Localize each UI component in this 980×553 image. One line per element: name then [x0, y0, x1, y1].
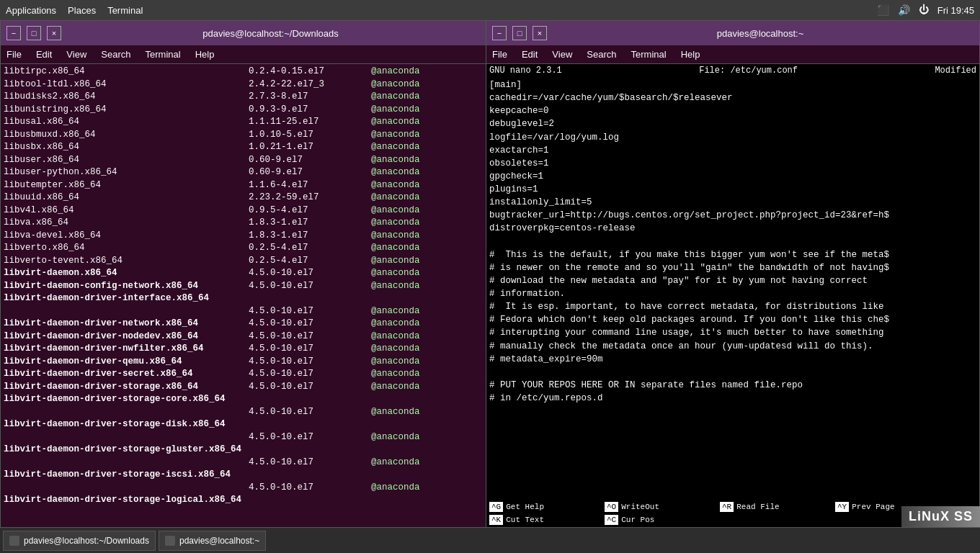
system-bar: Applications Places Terminal ⬛ 🔊 ⏻ Fri 1… [0, 0, 980, 20]
list-item: libtool-ltdl.x86_642.4.2-22.el7_3@anacon… [4, 78, 483, 91]
taskbar-item-downloads[interactable]: pdavies@localhost:~/Downloads [3, 531, 156, 551]
package-repo: @anaconda [371, 267, 420, 280]
package-name: libuser.x86_64 [4, 154, 249, 167]
package-version: 4.5.0-10.el7 [249, 305, 371, 318]
nano-cmd-desc: Cur Pos [621, 516, 654, 524]
list-item: libverto.x86_640.2.5-4.el7@anaconda [4, 242, 483, 255]
right-close-button[interactable]: × [533, 26, 547, 40]
package-name: libverto-tevent.x86_64 [4, 255, 249, 268]
package-name: libvirt-daemon-driver-nwfilter.x86_64 [4, 343, 249, 356]
package-name: libv4l.x86_64 [4, 204, 249, 217]
system-bar-left: Applications Places Terminal [6, 5, 143, 16]
package-name: libva-devel.x86_64 [4, 230, 249, 243]
package-version: 1.1.6-4.el7 [249, 179, 371, 192]
package-repo: @anaconda [371, 381, 420, 394]
right-window-controls: − □ × [492, 26, 547, 40]
package-repo: @anaconda [371, 66, 420, 78]
terminal-menu[interactable]: Terminal [107, 5, 143, 16]
package-name: libusal.x86_64 [4, 116, 249, 129]
left-terminal: − □ × pdavies@localhost:~/Downloads File… [0, 20, 486, 553]
package-version: 2.7.3-8.el7 [249, 91, 371, 104]
package-repo: @anaconda [371, 192, 420, 204]
taskbar-item-home[interactable]: pdavies@localhost:~ [159, 531, 266, 551]
package-name [4, 431, 249, 444]
list-item: libva.x86_641.8.3-1.el7@anaconda [4, 217, 483, 230]
list-item: libvirt-daemon-config-network.x86_644.5.… [4, 280, 483, 293]
package-version: 4.5.0-10.el7 [249, 431, 371, 444]
package-version [249, 292, 371, 305]
package-repo: @anaconda [371, 305, 420, 318]
left-menu-help[interactable]: Help [192, 49, 218, 60]
left-menu-terminal[interactable]: Terminal [143, 49, 184, 60]
right-terminal: − □ × pdavies@localhost:~ File Edit View… [486, 20, 980, 553]
package-version: 1.8.3-1.el7 [249, 230, 371, 243]
nano-header: GNU nano 2.3.1 File: /etc/yum.conf Modif… [486, 64, 979, 77]
right-maximize-button[interactable]: □ [512, 26, 527, 40]
package-name: libuuid.x86_64 [4, 192, 249, 204]
list-item: libudisks2.x86_642.7.3-8.el7@anaconda [4, 91, 483, 104]
list-item: 4.5.0-10.el7@anaconda [4, 431, 483, 444]
right-menu-edit[interactable]: Edit [519, 49, 540, 60]
left-close-button[interactable]: × [47, 26, 61, 40]
list-item: libvirt-daemon-driver-nwfilter.x86_644.5… [4, 343, 483, 356]
package-name: libvirt-daemon-driver-interface.x86_64 [4, 292, 249, 305]
list-item: libvirt-daemon-driver-storage-disk.x86_6… [4, 418, 483, 431]
package-name: libvirt-daemon-driver-storage-disk.x86_6… [4, 418, 249, 431]
package-version: 4.5.0-10.el7 [249, 381, 371, 394]
package-repo: @anaconda [371, 141, 420, 154]
nano-cmd[interactable]: ^OWriteOut [602, 500, 717, 513]
right-menu-search[interactable]: Search [584, 49, 619, 60]
taskbar-label-downloads: pdavies@localhost:~/Downloads [24, 536, 149, 546]
nano-cmd-key: ^C [605, 515, 618, 525]
package-version: 1.0.21-1.el7 [249, 141, 371, 154]
left-maximize-button[interactable]: □ [27, 26, 41, 40]
nano-cmd[interactable]: ^GGet Help [486, 500, 602, 513]
package-version: 4.5.0-10.el7 [249, 331, 371, 343]
system-bar-right: ⬛ 🔊 ⏻ Fri 19:45 [877, 4, 974, 17]
right-menu-file[interactable]: File [489, 49, 510, 60]
package-name: libtool-ltdl.x86_64 [4, 78, 249, 91]
left-menu-file[interactable]: File [4, 49, 24, 60]
nano-cmd-desc: Read File [736, 503, 779, 511]
left-terminal-menubar: File Edit View Search Terminal Help [1, 45, 486, 64]
nano-cmd[interactable]: ^RRead File [717, 500, 832, 513]
package-repo: @anaconda [371, 91, 420, 104]
package-version: 4.5.0-10.el7 [249, 280, 371, 293]
terminal-icon [9, 536, 19, 546]
list-item: 4.5.0-10.el7@anaconda [4, 305, 483, 318]
applications-menu[interactable]: Applications [6, 5, 56, 16]
right-minimize-button[interactable]: − [492, 26, 507, 40]
nano-cmd-key: ^R [720, 502, 734, 512]
nano-cmd-key: ^G [489, 502, 503, 512]
watermark: LiNuX SS [901, 506, 980, 527]
package-repo: @anaconda [371, 343, 420, 356]
places-menu[interactable]: Places [68, 5, 96, 16]
right-menu-help[interactable]: Help [678, 49, 703, 60]
package-repo: @anaconda [371, 356, 420, 369]
package-name: libusbx.x86_64 [4, 141, 249, 154]
list-item: libv4l.x86_640.9.5-4.el7@anaconda [4, 204, 483, 217]
nano-cmd[interactable]: ^KCut Text [486, 513, 602, 526]
package-version: 0.2.5-4.el7 [249, 255, 371, 268]
nano-editor-content[interactable]: [main] cachedir=/var/cache/yum/$basearch… [486, 77, 979, 500]
nano-cmd[interactable]: ^CCur Pos [602, 513, 717, 526]
right-terminal-menubar: File Edit View Search Terminal Help [486, 45, 979, 64]
package-name: libverto.x86_64 [4, 242, 249, 255]
right-menu-terminal[interactable]: Terminal [628, 49, 669, 60]
package-version: 4.5.0-10.el7 [249, 318, 371, 331]
right-menu-view[interactable]: View [549, 49, 575, 60]
main-content: − □ × pdavies@localhost:~/Downloads File… [0, 20, 980, 553]
system-clock: Fri 19:45 [937, 5, 974, 16]
left-menu-view[interactable]: View [63, 49, 89, 60]
left-window-controls: − □ × [6, 26, 61, 40]
network-icon: ⬛ [877, 4, 889, 17]
left-minimize-button[interactable]: − [6, 26, 21, 40]
left-menu-edit[interactable]: Edit [33, 49, 55, 60]
list-item: libusbx.x86_641.0.21-1.el7@anaconda [4, 141, 483, 154]
left-menu-search[interactable]: Search [98, 49, 133, 60]
package-repo: @anaconda [371, 104, 420, 117]
package-name: libudisks2.x86_64 [4, 91, 249, 104]
package-version: 4.5.0-10.el7 [249, 368, 371, 381]
package-name: libutempter.x86_64 [4, 179, 249, 192]
list-item: 4.5.0-10.el7@anaconda [4, 482, 483, 495]
